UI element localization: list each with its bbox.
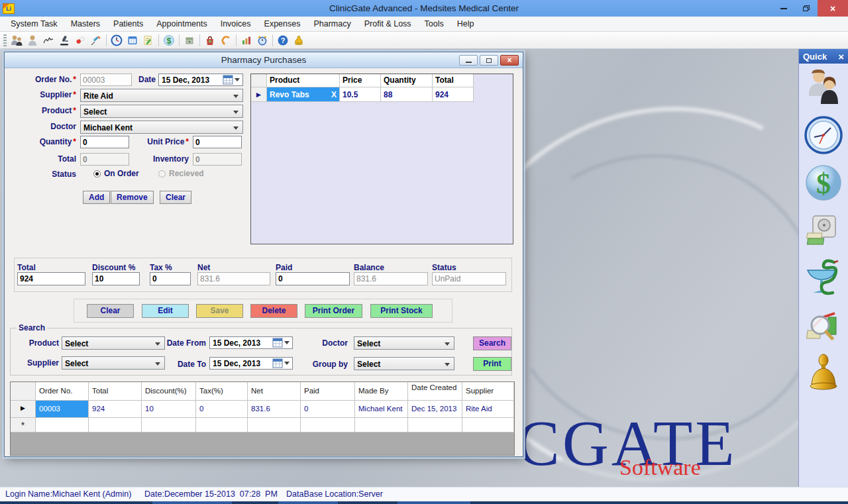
minimize-button[interactable] — [772, 0, 795, 17]
totals-discount-field[interactable]: 10 — [92, 272, 140, 285]
clear-button[interactable]: Clear — [87, 304, 134, 318]
menu-tools[interactable]: Tools — [418, 17, 450, 32]
dialog-maximize-button[interactable] — [480, 55, 498, 66]
cell-made-by[interactable]: Michael Kent — [355, 401, 408, 418]
col-supplier: Supplier — [462, 382, 514, 401]
date-from-picker[interactable]: 15 Dec, 2013 — [209, 336, 293, 349]
product-select[interactable]: Select — [80, 105, 243, 118]
clear-item-button[interactable]: Clear — [160, 191, 191, 204]
cell-product[interactable]: Revo Tabs X — [267, 87, 340, 102]
remove-button[interactable]: Remove — [111, 191, 154, 204]
pharmacy-icon[interactable] — [805, 254, 842, 302]
orders-grid-new-row[interactable]: * — [11, 418, 514, 432]
menu-system-task[interactable]: System Task — [4, 17, 64, 32]
dialog-close-button[interactable]: × — [500, 55, 519, 66]
cell-total[interactable]: 924 — [89, 401, 142, 418]
menu-pharmacy[interactable]: Pharmacy — [307, 17, 357, 32]
col-price: Price — [340, 74, 381, 87]
doctor-icon[interactable] — [25, 33, 40, 48]
quick-panel-title: Quick — [803, 52, 827, 62]
microscope-icon[interactable] — [56, 33, 72, 48]
cell-date-created[interactable]: Dec 15, 2013 — [408, 401, 462, 418]
quick-close-icon[interactable]: × — [838, 52, 844, 62]
date-to-picker[interactable]: 15 Dec, 2013 — [209, 357, 293, 370]
dialog-minimize-button[interactable] — [459, 55, 478, 66]
totals-tax-label: Tax % — [150, 263, 172, 272]
cell-tax[interactable]: 0 — [196, 401, 248, 418]
print-button[interactable]: Print — [473, 357, 511, 371]
status-database: DataBase Location:Server — [286, 489, 383, 499]
quantity-field[interactable]: 0 — [80, 136, 129, 148]
totals-tax-field[interactable]: 0 — [150, 272, 191, 285]
cell-order-no[interactable]: 00003 — [36, 401, 89, 418]
search-doctor-select[interactable]: Select — [354, 336, 454, 350]
print-order-button[interactable]: Print Order — [305, 304, 362, 318]
clock-icon[interactable] — [109, 33, 125, 48]
date-picker[interactable]: 15 Dec, 2013 — [158, 74, 243, 86]
dialog-titlebar[interactable]: Pharmacy Purchases × — [5, 52, 523, 68]
billing-icon[interactable]: $ — [804, 159, 843, 207]
status-received-radio[interactable]: Recieved — [158, 169, 204, 178]
patients-icon[interactable] — [9, 33, 25, 48]
money-icon[interactable]: $ — [161, 33, 177, 48]
delete-button[interactable]: Delete — [250, 304, 297, 318]
col-net: Net — [248, 382, 301, 401]
cell-net[interactable]: 831.6 — [248, 401, 301, 418]
menu-profit-loss[interactable]: Profit & Loss — [358, 17, 418, 32]
chart-icon[interactable] — [238, 33, 254, 48]
inventory-icon[interactable] — [182, 33, 197, 48]
bell-icon[interactable] — [806, 350, 841, 397]
items-grid-row[interactable]: ► Revo Tabs X 10.5 88 924 — [251, 87, 513, 102]
doctor-select[interactable]: Michael Kent — [80, 121, 243, 134]
close-button[interactable]: × — [818, 0, 848, 17]
patients-icon[interactable] — [805, 64, 842, 111]
search-button[interactable]: Search — [473, 336, 511, 350]
remove-item-x-icon[interactable]: X — [331, 90, 337, 100]
invoice-icon[interactable] — [140, 33, 156, 48]
save-button[interactable]: Save — [196, 304, 243, 318]
print-stock-button[interactable]: Print Stock — [370, 304, 433, 318]
menu-masters[interactable]: Masters — [64, 17, 107, 32]
add-button[interactable]: Add — [83, 191, 110, 204]
signature-icon[interactable] — [40, 33, 56, 48]
medicine-icon[interactable] — [72, 33, 88, 48]
orders-grid-row[interactable]: ► 00003 924 10 0 831.6 0 Michael Kent De… — [11, 401, 514, 418]
new-row-icon: * — [11, 418, 36, 432]
status-on-order-radio[interactable]: On Order — [93, 169, 139, 178]
restore-button[interactable] — [795, 0, 818, 17]
cell-total[interactable]: 924 — [433, 87, 474, 102]
cell-discount[interactable]: 10 — [142, 401, 196, 418]
cell-quantity[interactable]: 88 — [381, 87, 433, 102]
calendar-icon — [272, 358, 283, 368]
totals-total-field[interactable]: 924 — [17, 272, 85, 285]
menu-patients[interactable]: Patients — [107, 17, 150, 32]
cell-paid[interactable]: 0 — [301, 401, 355, 418]
edit-button[interactable]: Edit — [142, 304, 189, 318]
group-by-label: Group by — [307, 360, 348, 369]
bell-icon[interactable] — [291, 33, 307, 48]
help-icon[interactable]: ? — [275, 33, 291, 48]
reports-icon[interactable] — [806, 302, 841, 350]
totals-paid-label: Paid — [276, 263, 292, 272]
unit-price-field[interactable]: 0 — [193, 136, 242, 148]
search-supplier-select[interactable]: Select — [62, 356, 165, 370]
expenses-icon[interactable] — [806, 207, 841, 254]
refund-icon[interactable] — [218, 33, 234, 48]
col-total: Total — [433, 74, 474, 87]
menu-help[interactable]: Help — [450, 17, 481, 32]
menu-appointments[interactable]: Appointments — [150, 17, 213, 32]
clock-icon[interactable] — [804, 111, 843, 159]
supplier-select[interactable]: Rite Aid — [80, 89, 243, 102]
injection-icon[interactable] — [88, 33, 104, 48]
menu-expenses[interactable]: Expenses — [258, 17, 307, 32]
purchases-icon[interactable] — [202, 33, 218, 48]
search-product-select[interactable]: Select — [62, 336, 165, 350]
totals-paid-field[interactable]: 0 — [276, 272, 350, 285]
cell-price[interactable]: 10.5 — [340, 87, 381, 102]
cell-supplier[interactable]: Rite Aid — [462, 401, 514, 418]
group-by-select[interactable]: Select — [354, 357, 454, 370]
menu-invoices[interactable]: Invoices — [214, 17, 258, 32]
order-no-field[interactable]: 00003 — [80, 74, 132, 86]
appointments-icon[interactable] — [125, 33, 140, 48]
reminder-icon[interactable] — [254, 33, 270, 48]
